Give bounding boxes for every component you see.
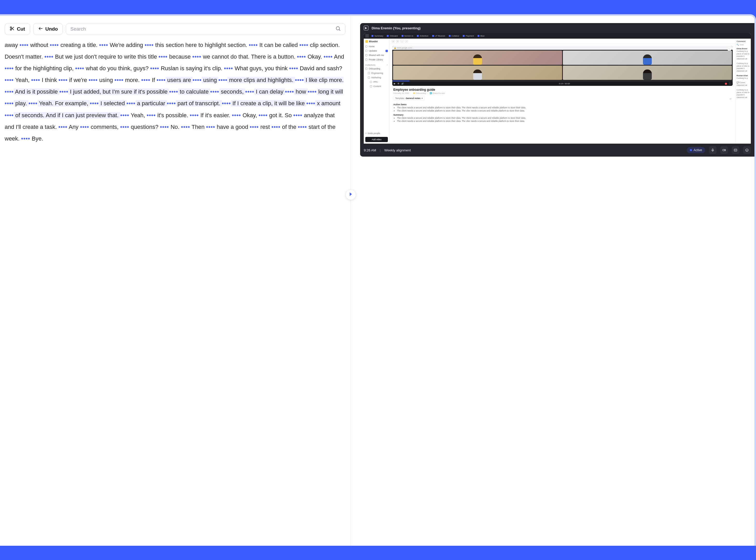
transcript-word[interactable]: If I create a clip, it will be like: [231, 100, 306, 106]
transcript-word[interactable]: What guys, you think: [233, 65, 289, 72]
transcript-word[interactable]: Any: [67, 124, 80, 130]
add-collection-icon[interactable]: +: [386, 64, 388, 66]
nav-private[interactable]: Private Library: [365, 58, 388, 61]
transcript-word[interactable]: long it will: [317, 88, 343, 95]
transcript-word[interactable]: a particular: [136, 100, 167, 106]
transcript-word[interactable]: questions?: [129, 124, 160, 130]
browser-tab[interactable]: Summary: [370, 34, 385, 38]
browser-tab[interactable]: Onboard: [385, 34, 399, 38]
active-pill[interactable]: Active: [687, 147, 705, 153]
transcript-word[interactable]: David and sash?: [298, 65, 342, 72]
transcript-word[interactable]: comments,: [89, 124, 120, 130]
transcript-word[interactable]: how: [294, 88, 308, 95]
invite-people[interactable]: +Invite people: [365, 132, 388, 135]
transcript-word[interactable]: If it's easier.: [199, 112, 232, 119]
transcript-body[interactable]: away •••• without •••• creating a title.…: [5, 38, 345, 546]
transcript-word[interactable]: have a good: [215, 124, 250, 130]
collection-subitem[interactable]: Content: [365, 84, 388, 88]
browser-tab[interactable]: Blue: [476, 34, 486, 38]
pause-dots: ••••: [250, 124, 259, 130]
browser-tab[interactable]: Extention: [415, 34, 430, 38]
cut-button[interactable]: Cut: [5, 23, 30, 35]
nav-updates[interactable]: Updates: [365, 49, 388, 53]
transcript-word[interactable]: because: [167, 54, 192, 60]
transcript-word[interactable]: we cannot do that. There is a button.: [201, 54, 297, 60]
video-progress[interactable]: [392, 81, 733, 81]
transcript-word[interactable]: more.: [123, 77, 141, 83]
transcript-word[interactable]: seconds,: [219, 88, 245, 95]
browser-tab[interactable]: LP Bluedot: [431, 34, 447, 38]
template-selector[interactable]: Template: General notes ▾: [393, 96, 425, 101]
collection-item[interactable]: Onboarding: [365, 67, 388, 71]
transcript-word[interactable]: this section here to highlight section.: [154, 42, 249, 48]
transcript-word[interactable]: using: [202, 77, 219, 83]
transcript-word[interactable]: play.: [14, 100, 28, 106]
transcript-word[interactable]: I like clip more.: [304, 77, 344, 83]
close-icon[interactable]: ×: [396, 40, 399, 42]
camera-icon[interactable]: [720, 146, 728, 154]
gear-icon[interactable]: ⚙: [397, 82, 399, 85]
search-field[interactable]: [66, 23, 345, 35]
transcript-word[interactable]: part of transcript.: [176, 100, 222, 106]
transcript-word[interactable]: Yeah,: [14, 77, 31, 83]
transcript-word[interactable]: It can be called: [258, 42, 299, 48]
volume-icon[interactable]: 🔊: [401, 82, 404, 85]
transcript-word[interactable]: I think: [40, 77, 59, 83]
transcript-word[interactable]: creating a title.: [59, 42, 99, 48]
transcript-word[interactable]: I can delay: [254, 88, 285, 95]
cc-icon[interactable]: CC: [732, 146, 739, 154]
mic-icon[interactable]: [709, 146, 717, 154]
transcript-word[interactable]: rest: [259, 124, 272, 130]
transcript-word[interactable]: Yeah. For example,: [38, 100, 90, 106]
undo-button[interactable]: Undo: [33, 23, 63, 35]
transcript-word[interactable]: Okay.: [306, 54, 323, 60]
transcript-word[interactable]: to calculate: [178, 88, 210, 95]
transcript-word[interactable]: Yeah,: [130, 112, 147, 119]
transcript-word[interactable]: Bye.: [30, 135, 43, 142]
play-icon[interactable]: ▶: [394, 82, 395, 85]
browser-tab[interactable]: Payment: [461, 34, 476, 38]
transcript-word[interactable]: what do you think, guys?: [84, 65, 150, 72]
transcript-word[interactable]: And: [333, 54, 344, 60]
collection-subitem[interactable]: PPC: [365, 80, 388, 84]
transcript-word[interactable]: for the highlighting clip,: [14, 65, 75, 72]
transcript-word[interactable]: more clips and highlights.: [227, 77, 295, 83]
chevron-left-icon[interactable]: ‹: [401, 40, 403, 42]
browser-tab[interactable]: Collabor: [447, 34, 461, 38]
collection-item[interactable]: Marketing: [365, 76, 388, 79]
transcript-word[interactable]: Then: [190, 124, 206, 130]
transcript-word[interactable]: I just added, but I'm sure if it's possi…: [68, 88, 169, 95]
transcript-word[interactable]: If: [151, 77, 157, 83]
transcript-word[interactable]: No.: [169, 124, 181, 130]
comments-search[interactable]: 🔍 Sear: [737, 43, 750, 46]
home-icon[interactable]: [365, 34, 369, 38]
transcript-word[interactable]: I selected: [99, 100, 126, 106]
transcript-word[interactable]: Okay,: [241, 112, 258, 119]
browser-tab[interactable]: Screen re: [400, 34, 415, 38]
transcript-word[interactable]: away: [5, 42, 19, 48]
collection-item[interactable]: Engineering: [365, 71, 388, 75]
refresh-icon[interactable]: ⟳: [730, 98, 732, 100]
transcript-word[interactable]: of seconds. And if I can just preview th…: [14, 112, 120, 119]
add-video-button[interactable]: Add video: [365, 137, 388, 142]
sidebar-toggle-icon[interactable]: ≡: [392, 40, 395, 42]
transcript-word[interactable]: it's possible.: [156, 112, 190, 119]
search-input[interactable]: [70, 26, 335, 32]
nav-shared[interactable]: Shared with me: [365, 54, 388, 57]
chevron-right-icon[interactable]: ›: [405, 40, 408, 42]
transcript-word[interactable]: x amount: [315, 100, 340, 106]
transcript-word[interactable]: of the: [280, 124, 298, 130]
transcript-word[interactable]: using: [98, 77, 115, 83]
transcript-word[interactable]: if we're: [68, 77, 89, 83]
transcript-word[interactable]: Ruslan is saying it's clip.: [159, 65, 224, 72]
transcript-word[interactable]: We're adding: [108, 42, 145, 48]
emoji-icon[interactable]: [743, 146, 751, 154]
transcript-word[interactable]: got it. So: [267, 112, 293, 119]
transcript-word[interactable]: users are: [166, 77, 193, 83]
nav-home[interactable]: Home: [365, 45, 388, 48]
transcript-word[interactable]: But we just don't require to write this …: [54, 54, 158, 60]
collapse-toggle[interactable]: [345, 189, 356, 200]
fullscreen-icon[interactable]: ⛶: [729, 82, 731, 85]
transcript-word[interactable]: And is it possible: [14, 88, 59, 95]
transcript-word[interactable]: without: [28, 42, 50, 48]
